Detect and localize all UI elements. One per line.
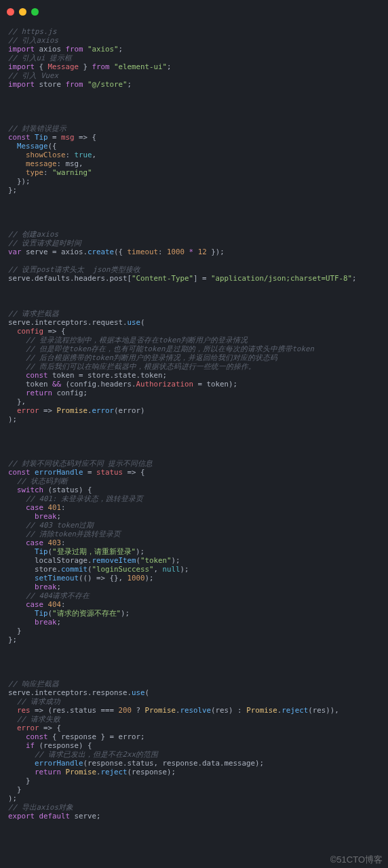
code-line: // 设置请求超时时间 xyxy=(8,239,81,248)
code-line: // 导出axios对象 xyxy=(8,803,73,812)
code-line: // 创建axios xyxy=(8,230,58,239)
minimize-window-button[interactable] xyxy=(19,8,26,16)
code-line: // 设置post请求头太 json类型接收 xyxy=(8,265,140,274)
code-line: // 引入axios xyxy=(8,36,58,45)
code-line: // 响应拦截器 xyxy=(8,679,59,688)
window-traffic-lights[interactable] xyxy=(7,8,39,16)
maximize-window-button[interactable] xyxy=(31,8,39,16)
close-window-button[interactable] xyxy=(7,8,14,16)
code-line: // 引入 Vuex xyxy=(8,71,58,80)
watermark-text: ©51CTO博客 xyxy=(330,855,383,864)
code-line: // 引入ui 提示框 xyxy=(8,54,72,62)
code-line: // https.js xyxy=(8,27,57,36)
code-line: // 封装不同状态码对应不同 提示不同信息 xyxy=(8,459,153,468)
code-editor-content: // https.js // 引入axios import axios from… xyxy=(8,27,357,821)
code-line: // 封装错误提示 xyxy=(8,124,66,133)
code-line: // 请求拦截器 xyxy=(8,309,59,318)
